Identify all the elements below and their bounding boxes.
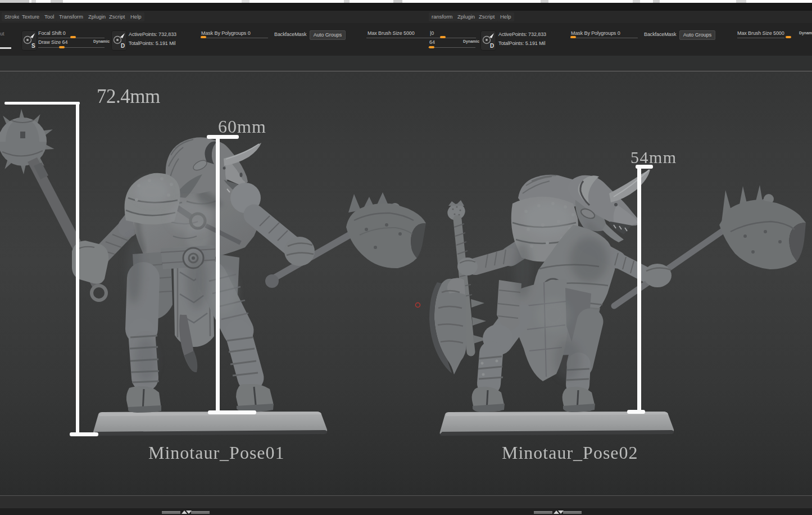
svg-text:Minotaur_Pose01: Minotaur_Pose01: [148, 442, 285, 463]
svg-text:72.4mm: 72.4mm: [97, 85, 160, 107]
svg-text:D: D: [490, 43, 494, 49]
svg-text:60mm: 60mm: [218, 116, 266, 137]
svg-text:54mm: 54mm: [630, 148, 677, 166]
svg-text:S: S: [31, 43, 35, 49]
svg-text:Minotaur_Pose02: Minotaur_Pose02: [502, 442, 638, 463]
svg-text:D: D: [121, 43, 125, 49]
